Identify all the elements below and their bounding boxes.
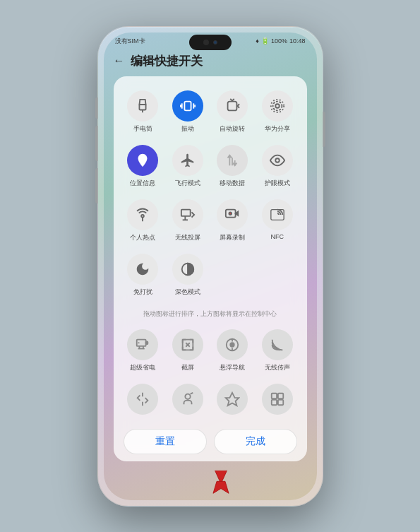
svg-point-15 (275, 158, 280, 162)
extra2-circle (172, 384, 203, 415)
icon-screenshot[interactable]: 截屏 (165, 325, 210, 377)
location-circle (127, 145, 158, 176)
airplane-label: 飞行模式 (175, 179, 200, 188)
screen-record-label: 屏幕录制 (220, 233, 245, 242)
float-nav-label: 悬浮导航 (220, 363, 245, 372)
flashlight-label: 手电筒 (133, 124, 152, 134)
icon-dark-mode[interactable]: 深色模式 (165, 249, 210, 301)
icon-nfc[interactable]: NFC (255, 195, 300, 247)
wireless-display-label: 无线投屏 (175, 233, 200, 242)
svg-line-42 (190, 393, 193, 394)
super-save-circle (127, 329, 158, 360)
svg-point-36 (231, 343, 235, 347)
battery-percent: 100% (271, 37, 287, 45)
bottom-buttons: 重置 完成 (121, 429, 300, 454)
bluetooth-icon: ♦ (256, 37, 259, 45)
icon-extra3[interactable] (210, 379, 256, 422)
mobile-data-label: 移动数据 (220, 179, 245, 188)
vibration-circle (172, 90, 203, 122)
carrier-info: 没有SIM卡 (115, 37, 145, 46)
page-title: 编辑快捷开关 (131, 53, 203, 69)
hotspot-label: 个人热点 (130, 233, 155, 242)
camera-notch-area (189, 35, 232, 50)
float-nav-circle (217, 329, 248, 360)
dnd-label: 免打扰 (133, 288, 152, 297)
icon-extra4[interactable] (255, 379, 300, 422)
dnd-circle (127, 254, 158, 285)
icon-super-save[interactable]: 超级省电 (121, 325, 166, 377)
system-status: ♦ 🔋 100% 10:48 (256, 37, 305, 45)
svg-rect-18 (181, 209, 191, 215)
icon-flashlight[interactable]: 手电筒 (121, 86, 166, 138)
svg-rect-7 (228, 101, 237, 110)
phone-frame: 没有SIM卡 ♦ 🔋 100% 10:48 ← 编辑快捷开关 (97, 26, 323, 507)
icon-hotspot[interactable]: 个人热点 (121, 195, 166, 247)
eye-label: 护眼模式 (265, 179, 290, 188)
icon-huawei-share[interactable]: 华为分享 (255, 86, 300, 138)
phone-screen: 没有SIM卡 ♦ 🔋 100% 10:48 ← 编辑快捷开关 (104, 32, 317, 500)
screen-record-circle (217, 199, 248, 230)
icon-airplane[interactable]: 飞行模式 (165, 141, 210, 192)
svg-rect-45 (272, 400, 277, 405)
icon-screen-record[interactable]: 屏幕录制 (210, 195, 256, 247)
icon-float-nav[interactable]: 悬浮导航 (210, 325, 256, 377)
quick-settings-panel: 手电筒 振动 (114, 76, 307, 462)
dark-mode-circle (172, 254, 203, 285)
battery-icon: 🔋 (261, 37, 269, 45)
svg-rect-27 (146, 342, 148, 345)
nfc-circle (262, 199, 293, 230)
icon-extra1[interactable] (121, 379, 166, 422)
volume-up-button[interactable] (95, 126, 98, 161)
share-label: 华为分享 (265, 124, 290, 134)
flashlight-circle (127, 90, 158, 122)
icon-rotate[interactable]: 自动旋转 (210, 86, 256, 138)
rotate-label: 自动旋转 (220, 124, 245, 134)
extra4-circle (262, 384, 293, 415)
svg-point-41 (185, 394, 190, 399)
icon-wireless-voice[interactable]: 无线传声 (255, 325, 300, 377)
screen-content: ← 编辑快捷开关 手电 (104, 47, 317, 491)
done-button[interactable]: 完成 (214, 429, 297, 454)
svg-rect-0 (140, 105, 146, 110)
wireless-voice-label: 无线传声 (265, 363, 290, 372)
screenshot-label: 截屏 (181, 363, 194, 372)
super-save-label: 超级省电 (130, 363, 155, 372)
svg-marker-48 (212, 481, 228, 493)
extra3-circle (217, 384, 248, 415)
wireless-display-circle (172, 199, 203, 230)
svg-rect-43 (272, 394, 277, 398)
reset-button[interactable]: 重置 (124, 429, 207, 454)
icon-vibration[interactable]: 振动 (165, 86, 210, 138)
nfc-label: NFC (271, 233, 284, 240)
page-header: ← 编辑快捷开关 (114, 47, 307, 76)
divider-text: 拖动图标进行排序，上方图标将显示在控制中心 (121, 304, 300, 326)
airplane-circle (172, 145, 203, 176)
icon-extra2[interactable] (165, 379, 210, 422)
icon-location[interactable]: 位置信息 (121, 141, 166, 192)
silent-button[interactable] (95, 97, 98, 119)
svg-rect-2 (184, 101, 191, 110)
svg-point-9 (272, 101, 282, 110)
svg-point-16 (141, 215, 144, 218)
vibration-label: 振动 (181, 124, 194, 134)
icon-eye-comfort[interactable]: 护眼模式 (255, 141, 300, 192)
svg-rect-44 (278, 394, 283, 398)
location-label: 位置信息 (130, 179, 155, 188)
power-button[interactable] (323, 112, 325, 147)
screenshot-circle (172, 329, 203, 360)
icon-dnd[interactable]: 免打扰 (121, 249, 166, 301)
svg-point-8 (275, 104, 280, 108)
available-icons-grid: 超级省电 (121, 325, 300, 422)
back-button[interactable]: ← (114, 54, 125, 67)
icon-mobile-data[interactable]: 移动数据 (210, 141, 256, 192)
status-bar: 没有SIM卡 ♦ 🔋 100% 10:48 (104, 32, 317, 47)
wireless-voice-circle (262, 329, 293, 360)
volume-down-button[interactable] (95, 168, 98, 203)
dark-mode-label: 深色模式 (175, 288, 200, 297)
active-icons-grid: 手电筒 振动 (121, 86, 300, 301)
svg-point-23 (229, 212, 232, 215)
share-circle (262, 90, 293, 122)
eye-circle (262, 145, 293, 176)
mobile-data-circle (217, 145, 248, 176)
icon-wireless-display[interactable]: 无线投屏 (165, 195, 210, 247)
